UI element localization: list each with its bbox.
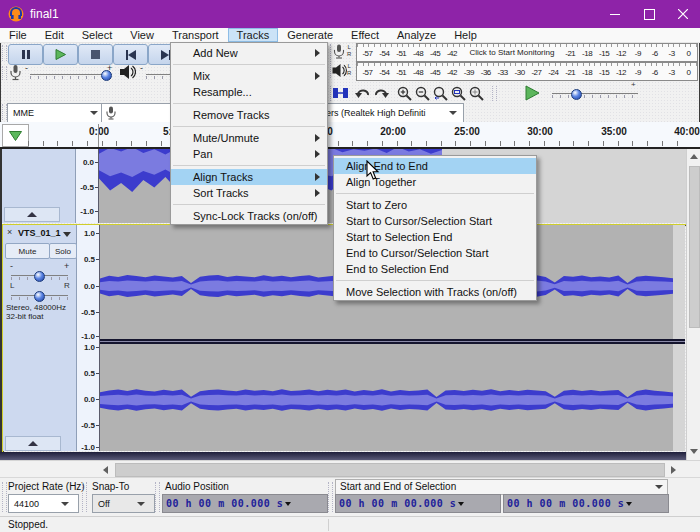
monitoring-prompt[interactable]: Click to Start Monitoring xyxy=(468,48,557,57)
silence-audio-button[interactable] xyxy=(332,85,349,101)
toolbar-grip[interactable] xyxy=(2,45,7,61)
track-1-control-panel[interactable] xyxy=(2,149,76,223)
play-button[interactable] xyxy=(43,44,78,65)
track-1-vertical-ruler[interactable]: 0.0-0.5-1.0 xyxy=(76,149,99,223)
toolbar-grip[interactable] xyxy=(2,66,7,80)
play-speed-slider[interactable] xyxy=(552,93,638,94)
tracks-menu-item-mute-unmute[interactable]: Mute/Unmute xyxy=(171,130,327,146)
recording-volume-slider-thumb[interactable] xyxy=(101,70,112,81)
track-2-solo-button[interactable]: Solo xyxy=(49,243,77,259)
audio-host-select[interactable]: MME xyxy=(7,103,106,123)
timeline-ruler[interactable]: 0:005:0010:0015:0020:0025:0030:0035:0040… xyxy=(0,122,700,147)
menu-file[interactable]: File xyxy=(0,28,36,42)
recording-volume-slider[interactable] xyxy=(30,74,112,75)
toolbar-grip[interactable] xyxy=(82,482,87,512)
maximize-button[interactable] xyxy=(632,0,666,28)
play-at-speed-button[interactable] xyxy=(524,85,541,105)
tracks-menu-item-resample[interactable]: Resample... xyxy=(171,84,327,100)
minimize-button[interactable] xyxy=(598,0,632,28)
track-2-vertical-ruler[interactable]: 1.00.50.0-0.5-1.01.00.50.0-0.5-1.0 xyxy=(77,225,100,451)
scroll-right-icon[interactable] xyxy=(671,466,676,474)
menu-effect[interactable]: Effect xyxy=(342,28,388,42)
menu-view[interactable]: View xyxy=(121,28,163,42)
scroll-down-icon[interactable] xyxy=(690,449,698,454)
time-format-caret-icon[interactable] xyxy=(285,502,291,506)
track-2-close-icon[interactable]: × xyxy=(7,227,12,237)
project-rate-select[interactable]: 44100 xyxy=(8,494,79,513)
ruler-label: -1.0 xyxy=(81,332,95,341)
zoom-out-icon xyxy=(415,86,430,101)
tracks-menu-item-sync-lock-tracks-on-off[interactable]: Sync-Lock Tracks (on/off) xyxy=(171,208,327,224)
toolbar-grip[interactable] xyxy=(328,482,333,512)
playback-device-select[interactable]: ers (Realtek High Definiti xyxy=(322,103,464,123)
tracks-menu-item-add-new[interactable]: Add New xyxy=(171,45,327,61)
align-submenu-item-align-end-to-end[interactable]: Align End to End xyxy=(334,158,536,174)
time-format-caret-icon[interactable] xyxy=(626,502,632,506)
track-2-channel-2-waveform[interactable] xyxy=(100,344,673,451)
tracks-menu-item-pan[interactable]: Pan xyxy=(171,146,327,162)
undo-button[interactable] xyxy=(354,85,371,101)
scroll-up-icon[interactable] xyxy=(690,154,698,159)
close-button[interactable] xyxy=(666,0,700,28)
timeline-options-button[interactable] xyxy=(2,124,29,147)
align-submenu-item-align-together[interactable]: Align Together xyxy=(334,174,536,190)
audio-position-field[interactable]: 00 h 00 m 00.000 s xyxy=(162,494,328,513)
track-1-collapse-button[interactable] xyxy=(4,207,60,222)
time-format-caret-icon[interactable] xyxy=(458,502,464,506)
pan-left-label: L xyxy=(10,281,14,290)
tracks-menu-item-sort-tracks[interactable]: Sort Tracks xyxy=(171,185,327,201)
track-2-name[interactable]: VTS_01_1 xyxy=(18,228,61,238)
fit-project-button[interactable] xyxy=(450,85,467,101)
align-submenu-item-move-selection-with-tracks-on-off[interactable]: Move Selection with Tracks (on/off) xyxy=(334,284,536,300)
track-2-collapse-button[interactable] xyxy=(5,436,61,451)
scroll-left-icon[interactable] xyxy=(103,466,108,474)
selection-end-field[interactable]: 00 h 00 m 00.000 s xyxy=(503,494,669,513)
horizontal-scrollbar[interactable] xyxy=(0,460,700,478)
vertical-scrollbar[interactable] xyxy=(686,149,700,462)
track-2-mute-button[interactable]: Mute xyxy=(5,243,50,259)
vertical-scrollbar-thumb[interactable] xyxy=(689,166,700,328)
selection-start-field[interactable]: 00 h 00 m 00.000 s xyxy=(335,494,501,513)
menu-select[interactable]: Select xyxy=(73,28,122,42)
snap-to-select[interactable]: Off xyxy=(92,494,155,513)
zoom-in-button[interactable] xyxy=(396,85,413,101)
playback-meter[interactable]: -57-54-51-48-45-42-39-36-33-30-27-24-21-… xyxy=(356,62,698,81)
menu-tracks[interactable]: Tracks xyxy=(228,28,279,42)
toolbar-grip[interactable] xyxy=(2,482,7,512)
zoom-out-button[interactable] xyxy=(414,85,431,101)
tracks-menu-item-mix[interactable]: Mix xyxy=(171,68,327,84)
recording-meter[interactable]: Click to Start Monitoring -57-54-51-48-4… xyxy=(356,43,698,62)
track-2-gain-slider-thumb[interactable] xyxy=(34,271,45,282)
track-2-menu-dropdown-icon[interactable] xyxy=(63,232,71,237)
menu-help[interactable]: Help xyxy=(445,28,486,42)
stop-button[interactable] xyxy=(78,44,113,65)
align-submenu-item-start-to-cursor-selection-start[interactable]: Start to Cursor/Selection Start xyxy=(334,213,536,229)
track-area-bottom-splitter[interactable] xyxy=(0,452,686,460)
track-2-control-panel[interactable]: × VTS_01_1 Mute Solo - + L R Stereo, 480… xyxy=(3,225,77,451)
menu-generate[interactable]: Generate xyxy=(278,28,342,42)
play-speed-slider-thumb[interactable] xyxy=(571,89,582,100)
align-submenu-item-start-to-selection-end[interactable]: Start to Selection End xyxy=(334,229,536,245)
skip-to-start-button[interactable] xyxy=(113,44,148,65)
menu-edit[interactable]: Edit xyxy=(36,28,73,42)
toolbar-grip[interactable] xyxy=(492,86,497,101)
ruler-tick xyxy=(95,211,98,212)
selection-mode-select[interactable]: Start and End of Selection xyxy=(335,479,668,495)
toolbar-grip[interactable] xyxy=(155,482,160,512)
menu-analyze[interactable]: Analyze xyxy=(388,28,445,42)
redo-button[interactable] xyxy=(372,85,389,101)
track-2-pan-slider-thumb[interactable] xyxy=(34,291,45,302)
pause-button[interactable] xyxy=(8,44,43,65)
zoom-toggle-button[interactable] xyxy=(468,85,485,101)
fit-selection-button[interactable] xyxy=(432,85,449,101)
ruler-tick xyxy=(96,399,99,400)
tracks-menu-item-align-tracks[interactable]: Align Tracks xyxy=(171,169,327,185)
align-submenu-item-end-to-cursor-selection-start[interactable]: End to Cursor/Selection Start xyxy=(334,245,536,261)
horizontal-scrollbar-thumb[interactable] xyxy=(115,463,665,477)
align-submenu-item-end-to-selection-end[interactable]: End to Selection End xyxy=(334,261,536,277)
meter-scale-number: -12 xyxy=(616,68,626,77)
menu-transport[interactable]: Transport xyxy=(163,28,228,42)
tracks-menu-item-remove-tracks[interactable]: Remove Tracks xyxy=(171,107,327,123)
align-submenu-item-start-to-zero[interactable]: Start to Zero xyxy=(334,197,536,213)
track-2-channel-2-canvas[interactable] xyxy=(100,344,685,451)
